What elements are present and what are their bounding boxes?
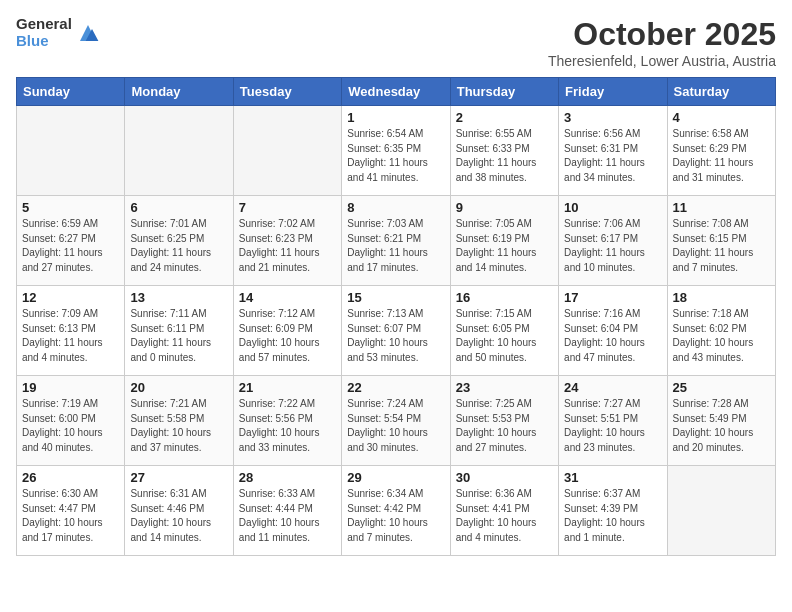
calendar-cell: 25Sunrise: 7:28 AM Sunset: 5:49 PM Dayli… (667, 376, 775, 466)
calendar-cell: 29Sunrise: 6:34 AM Sunset: 4:42 PM Dayli… (342, 466, 450, 556)
day-number: 2 (456, 110, 553, 125)
weekday-header-friday: Friday (559, 78, 667, 106)
day-info: Sunrise: 6:34 AM Sunset: 4:42 PM Dayligh… (347, 487, 444, 545)
calendar-cell: 14Sunrise: 7:12 AM Sunset: 6:09 PM Dayli… (233, 286, 341, 376)
day-info: Sunrise: 7:21 AM Sunset: 5:58 PM Dayligh… (130, 397, 227, 455)
calendar-cell: 4Sunrise: 6:58 AM Sunset: 6:29 PM Daylig… (667, 106, 775, 196)
calendar-cell: 31Sunrise: 6:37 AM Sunset: 4:39 PM Dayli… (559, 466, 667, 556)
day-info: Sunrise: 7:12 AM Sunset: 6:09 PM Dayligh… (239, 307, 336, 365)
calendar-cell: 21Sunrise: 7:22 AM Sunset: 5:56 PM Dayli… (233, 376, 341, 466)
calendar-cell: 22Sunrise: 7:24 AM Sunset: 5:54 PM Dayli… (342, 376, 450, 466)
day-info: Sunrise: 7:22 AM Sunset: 5:56 PM Dayligh… (239, 397, 336, 455)
calendar-cell: 28Sunrise: 6:33 AM Sunset: 4:44 PM Dayli… (233, 466, 341, 556)
day-number: 5 (22, 200, 119, 215)
day-info: Sunrise: 7:08 AM Sunset: 6:15 PM Dayligh… (673, 217, 770, 275)
day-number: 27 (130, 470, 227, 485)
day-number: 7 (239, 200, 336, 215)
calendar-week-row: 26Sunrise: 6:30 AM Sunset: 4:47 PM Dayli… (17, 466, 776, 556)
day-number: 22 (347, 380, 444, 395)
calendar-cell (667, 466, 775, 556)
logo-general-text: General (16, 16, 72, 33)
calendar-cell: 18Sunrise: 7:18 AM Sunset: 6:02 PM Dayli… (667, 286, 775, 376)
day-info: Sunrise: 7:05 AM Sunset: 6:19 PM Dayligh… (456, 217, 553, 275)
day-number: 29 (347, 470, 444, 485)
calendar-cell: 16Sunrise: 7:15 AM Sunset: 6:05 PM Dayli… (450, 286, 558, 376)
calendar-cell: 20Sunrise: 7:21 AM Sunset: 5:58 PM Dayli… (125, 376, 233, 466)
day-number: 16 (456, 290, 553, 305)
day-info: Sunrise: 6:30 AM Sunset: 4:47 PM Dayligh… (22, 487, 119, 545)
day-info: Sunrise: 7:16 AM Sunset: 6:04 PM Dayligh… (564, 307, 661, 365)
day-info: Sunrise: 7:13 AM Sunset: 6:07 PM Dayligh… (347, 307, 444, 365)
calendar-week-row: 1Sunrise: 6:54 AM Sunset: 6:35 PM Daylig… (17, 106, 776, 196)
day-number: 15 (347, 290, 444, 305)
logo-blue-text: Blue (16, 33, 72, 50)
day-info: Sunrise: 6:33 AM Sunset: 4:44 PM Dayligh… (239, 487, 336, 545)
calendar-cell (125, 106, 233, 196)
calendar-cell: 26Sunrise: 6:30 AM Sunset: 4:47 PM Dayli… (17, 466, 125, 556)
day-number: 20 (130, 380, 227, 395)
day-number: 1 (347, 110, 444, 125)
day-number: 13 (130, 290, 227, 305)
calendar-cell: 17Sunrise: 7:16 AM Sunset: 6:04 PM Dayli… (559, 286, 667, 376)
day-info: Sunrise: 6:36 AM Sunset: 4:41 PM Dayligh… (456, 487, 553, 545)
day-info: Sunrise: 7:03 AM Sunset: 6:21 PM Dayligh… (347, 217, 444, 275)
day-info: Sunrise: 7:27 AM Sunset: 5:51 PM Dayligh… (564, 397, 661, 455)
title-area: October 2025 Theresienfeld, Lower Austri… (548, 16, 776, 69)
day-number: 28 (239, 470, 336, 485)
calendar-cell: 6Sunrise: 7:01 AM Sunset: 6:25 PM Daylig… (125, 196, 233, 286)
calendar-cell: 7Sunrise: 7:02 AM Sunset: 6:23 PM Daylig… (233, 196, 341, 286)
day-info: Sunrise: 7:09 AM Sunset: 6:13 PM Dayligh… (22, 307, 119, 365)
day-number: 30 (456, 470, 553, 485)
weekday-header-monday: Monday (125, 78, 233, 106)
day-number: 10 (564, 200, 661, 215)
day-info: Sunrise: 6:54 AM Sunset: 6:35 PM Dayligh… (347, 127, 444, 185)
day-info: Sunrise: 7:28 AM Sunset: 5:49 PM Dayligh… (673, 397, 770, 455)
calendar-cell: 24Sunrise: 7:27 AM Sunset: 5:51 PM Dayli… (559, 376, 667, 466)
month-title: October 2025 (548, 16, 776, 53)
calendar-cell: 8Sunrise: 7:03 AM Sunset: 6:21 PM Daylig… (342, 196, 450, 286)
day-info: Sunrise: 6:58 AM Sunset: 6:29 PM Dayligh… (673, 127, 770, 185)
calendar-cell: 9Sunrise: 7:05 AM Sunset: 6:19 PM Daylig… (450, 196, 558, 286)
day-info: Sunrise: 6:56 AM Sunset: 6:31 PM Dayligh… (564, 127, 661, 185)
day-number: 18 (673, 290, 770, 305)
day-number: 11 (673, 200, 770, 215)
day-info: Sunrise: 6:37 AM Sunset: 4:39 PM Dayligh… (564, 487, 661, 545)
day-number: 8 (347, 200, 444, 215)
weekday-header-saturday: Saturday (667, 78, 775, 106)
day-info: Sunrise: 7:15 AM Sunset: 6:05 PM Dayligh… (456, 307, 553, 365)
day-number: 17 (564, 290, 661, 305)
day-number: 23 (456, 380, 553, 395)
day-number: 4 (673, 110, 770, 125)
calendar-week-row: 19Sunrise: 7:19 AM Sunset: 6:00 PM Dayli… (17, 376, 776, 466)
day-info: Sunrise: 7:02 AM Sunset: 6:23 PM Dayligh… (239, 217, 336, 275)
day-info: Sunrise: 7:01 AM Sunset: 6:25 PM Dayligh… (130, 217, 227, 275)
calendar-cell: 13Sunrise: 7:11 AM Sunset: 6:11 PM Dayli… (125, 286, 233, 376)
calendar-cell: 1Sunrise: 6:54 AM Sunset: 6:35 PM Daylig… (342, 106, 450, 196)
day-info: Sunrise: 7:25 AM Sunset: 5:53 PM Dayligh… (456, 397, 553, 455)
weekday-header-thursday: Thursday (450, 78, 558, 106)
calendar-cell (233, 106, 341, 196)
day-number: 24 (564, 380, 661, 395)
day-info: Sunrise: 7:24 AM Sunset: 5:54 PM Dayligh… (347, 397, 444, 455)
day-number: 9 (456, 200, 553, 215)
calendar-cell: 5Sunrise: 6:59 AM Sunset: 6:27 PM Daylig… (17, 196, 125, 286)
weekday-header-tuesday: Tuesday (233, 78, 341, 106)
calendar-cell: 12Sunrise: 7:09 AM Sunset: 6:13 PM Dayli… (17, 286, 125, 376)
day-info: Sunrise: 7:06 AM Sunset: 6:17 PM Dayligh… (564, 217, 661, 275)
calendar-cell: 10Sunrise: 7:06 AM Sunset: 6:17 PM Dayli… (559, 196, 667, 286)
day-number: 19 (22, 380, 119, 395)
weekday-header-wednesday: Wednesday (342, 78, 450, 106)
calendar-cell: 30Sunrise: 6:36 AM Sunset: 4:41 PM Dayli… (450, 466, 558, 556)
day-number: 25 (673, 380, 770, 395)
calendar-cell: 15Sunrise: 7:13 AM Sunset: 6:07 PM Dayli… (342, 286, 450, 376)
calendar-cell: 27Sunrise: 6:31 AM Sunset: 4:46 PM Dayli… (125, 466, 233, 556)
calendar-cell: 23Sunrise: 7:25 AM Sunset: 5:53 PM Dayli… (450, 376, 558, 466)
day-number: 21 (239, 380, 336, 395)
day-number: 26 (22, 470, 119, 485)
calendar-table: SundayMondayTuesdayWednesdayThursdayFrid… (16, 77, 776, 556)
day-info: Sunrise: 6:31 AM Sunset: 4:46 PM Dayligh… (130, 487, 227, 545)
logo: General Blue (16, 16, 100, 49)
logo-icon (76, 21, 100, 45)
day-info: Sunrise: 6:59 AM Sunset: 6:27 PM Dayligh… (22, 217, 119, 275)
calendar-cell: 3Sunrise: 6:56 AM Sunset: 6:31 PM Daylig… (559, 106, 667, 196)
